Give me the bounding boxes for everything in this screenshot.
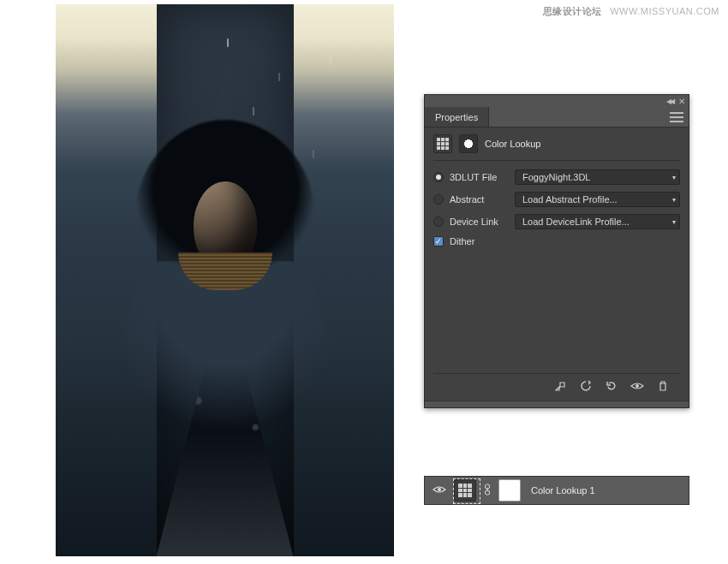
panel-bottom-strip (425, 401, 689, 407)
svg-point-0 (636, 384, 639, 388)
row-devicelink: Device Link Load DeviceLink Profile... ▾ (433, 214, 680, 229)
row-dither: Dither (433, 236, 680, 246)
checkbox-dither[interactable] (433, 236, 444, 246)
panel-tabstrip: Properties (425, 107, 689, 128)
panel-footer (433, 373, 680, 397)
lookup-grid-icon[interactable] (433, 134, 452, 153)
canvas-artwork (56, 4, 394, 556)
artwork-rain (253, 107, 254, 116)
mask-icon[interactable] (459, 134, 478, 153)
eye-icon[interactable] (432, 484, 447, 497)
artwork-rain (313, 150, 314, 158)
clip-to-layer-icon[interactable] (553, 379, 567, 393)
adjustment-title: Color Lookup (485, 139, 540, 149)
label-devicelink: Device Link (450, 217, 515, 227)
row-3dlut: 3DLUT File FoggyNight.3DL ▾ (433, 169, 680, 185)
artwork-rain (330, 56, 331, 64)
collapse-icon[interactable]: ◀◀ (666, 98, 673, 105)
visibility-icon[interactable] (630, 379, 644, 393)
layer-mask-thumb[interactable] (498, 479, 521, 502)
dropdown-3dlut-value: FoggyNight.3DL (522, 172, 591, 182)
reset-icon[interactable] (605, 379, 618, 393)
view-previous-icon[interactable] (579, 379, 593, 393)
chevron-down-icon: ▾ (672, 196, 676, 204)
dropdown-devicelink[interactable]: Load DeviceLink Profile... ▾ (515, 214, 680, 229)
artwork-rain (278, 73, 280, 81)
trash-icon[interactable] (656, 379, 670, 393)
svg-point-1 (438, 488, 441, 491)
chevron-down-icon: ▾ (672, 174, 676, 181)
label-3dlut: 3DLUT File (450, 172, 515, 182)
dropdown-devicelink-value: Load DeviceLink Profile... (522, 217, 630, 227)
radio-devicelink[interactable] (433, 217, 444, 227)
panel-topbar: ◀◀ ✕ (425, 95, 689, 107)
label-abstract: Abstract (450, 194, 515, 205)
layer-adjustment-thumb[interactable] (454, 479, 476, 502)
layer-row[interactable]: Color Lookup 1 (424, 476, 689, 505)
dropdown-abstract[interactable]: Load Abstract Profile... ▾ (515, 192, 680, 207)
radio-3dlut[interactable] (433, 172, 444, 182)
adjustment-header: Color Lookup (433, 134, 680, 161)
chevron-down-icon: ▾ (672, 218, 676, 226)
label-dither: Dither (450, 236, 515, 246)
layer-name[interactable]: Color Lookup 1 (531, 485, 595, 496)
link-icon[interactable] (483, 484, 492, 497)
watermark-url: WWW.MISSYUAN.COM (610, 6, 719, 16)
panel-spacer (433, 253, 680, 373)
close-icon[interactable]: ✕ (678, 97, 685, 106)
watermark-bold: 思缘设计论坛 (543, 6, 602, 16)
row-abstract: Abstract Load Abstract Profile... ▾ (433, 192, 680, 207)
properties-panel: ◀◀ ✕ Properties Color Lookup 3DLUT File … (424, 94, 689, 408)
dropdown-3dlut[interactable]: FoggyNight.3DL ▾ (515, 169, 680, 185)
tab-properties-label: Properties (435, 112, 478, 122)
dropdown-abstract-value: Load Abstract Profile... (522, 194, 618, 205)
tab-properties[interactable]: Properties (425, 107, 489, 127)
artwork-rain (227, 39, 229, 47)
radio-abstract[interactable] (433, 194, 444, 205)
watermark: 思缘设计论坛 WWW.MISSYUAN.COM (543, 5, 719, 18)
panel-menu-icon[interactable] (670, 112, 683, 122)
panel-body: Color Lookup 3DLUT File FoggyNight.3DL ▾… (425, 128, 689, 401)
